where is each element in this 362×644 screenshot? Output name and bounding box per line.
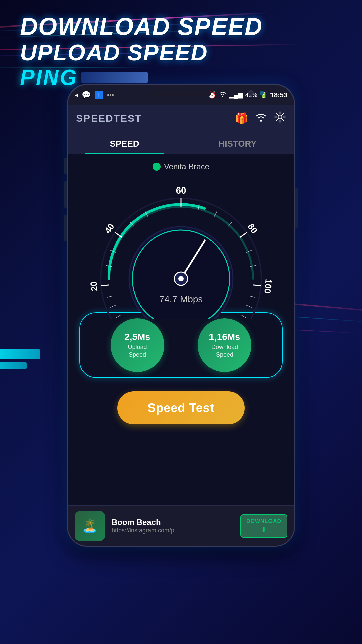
main-content: Venita Brace [68,154,294,505]
tab-speed[interactable]: SPEED [68,132,181,154]
app-icons: 🎁 [235,111,286,126]
ad-title: Boom Beach [112,518,234,527]
svg-line-21 [110,305,116,308]
sensor [260,91,264,95]
speed-test-button[interactable]: Speed Test [117,391,244,424]
phone-container: ◂ 💬 f ••• ⏰ ▂▄▆ [67,84,295,547]
svg-text:100: 100 [262,279,274,294]
download-speed-title: DOWNLOAD SPEED [20,13,263,40]
svg-line-22 [107,296,113,297]
svg-point-37 [178,276,184,281]
svg-line-33 [246,305,252,308]
svg-line-14 [240,232,247,237]
ad-download-button[interactable]: DOWNLOAD ⬇ [240,514,287,538]
upload-speed-title: UPLOAD SPEED [20,40,263,65]
svg-text:20: 20 [88,281,99,291]
app-title: SPEEDTEST [76,113,142,124]
ad-icon: 🏝️ [75,511,105,541]
phone-speaker [151,91,211,96]
tabs: SPEED HISTORY [68,132,294,154]
stats-highlight-box: 2,5Ms UploadSpeed 1,16Ms DownloadSpeed [79,312,283,378]
ad-subtitle: https://instagram.com/p... [112,527,234,534]
header-text-area: DOWNLOAD SPEED UPLOAD SPEED PING [20,13,263,90]
svg-line-34 [241,315,246,318]
download-value: 1,16Ms [209,332,240,342]
speedometer-svg: 0 20 40 60 [84,178,278,319]
front-camera [248,90,254,96]
svg-text:60: 60 [176,185,186,196]
power-button [295,188,298,228]
upload-stat[interactable]: 2,5Ms UploadSpeed [111,318,164,372]
time-display: 18:53 [270,91,287,99]
ad-download-label: DOWNLOAD [246,518,281,524]
network-status-dot [153,163,161,171]
status-bar-left: ◂ 💬 f ••• [75,91,114,99]
svg-text:74.7 Mbps: 74.7 Mbps [159,294,203,304]
status-bar-right: ⏰ ▂▄▆ 42% 🔋 18:53 [208,91,287,99]
settings-icon[interactable] [274,111,286,126]
volume-down-button [64,158,67,174]
network-name: Venita Brace [164,162,209,171]
network-label: Venita Brace [153,162,209,171]
ping-title: PING [20,65,78,90]
phone-inner: ◂ 💬 f ••• ⏰ ▂▄▆ [68,85,294,546]
svg-point-2 [278,115,282,119]
svg-line-32 [249,296,255,297]
wifi-icon[interactable] [255,112,267,125]
app-bar: SPEEDTEST 🎁 [68,105,294,132]
phone-frame: ◂ 💬 f ••• ⏰ ▂▄▆ [67,84,295,547]
gift-icon[interactable]: 🎁 [235,112,248,125]
volume-up-button [64,181,67,208]
svg-line-8 [101,285,109,286]
more-icon: ••• [107,91,114,99]
wifi-status-icon [219,91,226,99]
signal-icon: ▂▄▆ [229,91,243,99]
ping-bar-decoration [81,72,148,83]
upload-value: 2,5Ms [124,332,150,342]
facebook-icon: f [95,91,103,99]
tab-history[interactable]: HISTORY [181,132,294,154]
ad-text: Boom Beach https://instagram.com/p... [112,518,234,534]
svg-line-20 [116,315,121,318]
ad-banner: 🏝️ Boom Beach https://instagram.com/p...… [68,505,294,546]
svg-point-1 [260,120,262,122]
nav-icon: ◂ [75,91,78,99]
svg-line-16 [253,285,261,286]
speedometer-container: 0 20 40 60 [84,178,278,312]
upload-label: UploadSpeed [128,344,147,358]
svg-point-0 [222,96,223,97]
download-label: DownloadSpeed [211,344,238,358]
download-stat[interactable]: 1,16Ms DownloadSpeed [198,318,251,372]
ping-title-wrapper: PING [20,65,263,90]
messenger-icon: 💬 [82,91,91,99]
ad-download-arrow-icon: ⬇ [261,526,267,534]
bixby-button [64,215,67,241]
